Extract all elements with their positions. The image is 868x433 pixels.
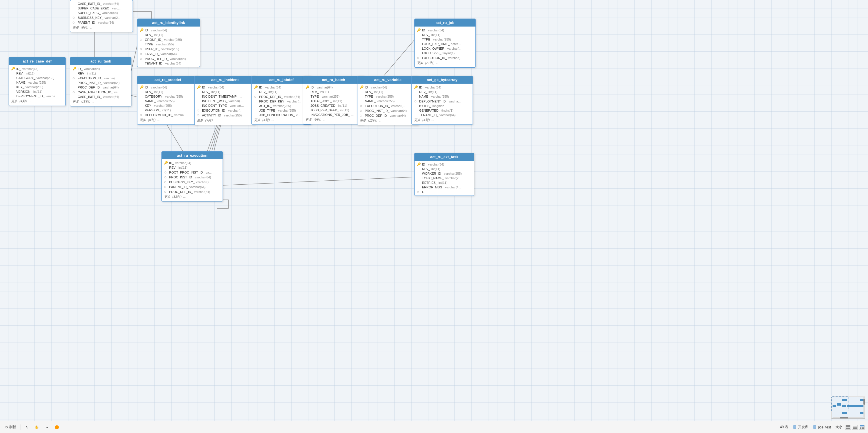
table-row: REV_ int(11) (414, 167, 474, 171)
act-ru-execution-body: 🔑 ID_ varchar(64) REV_ int(11) ◇ ROOT_PR… (162, 159, 223, 201)
diamond-icon: ◇ (72, 21, 76, 24)
act-ru-task-body: 🔑 ID_ varchar(64) REV_ int(11) ◇ EXECUTI… (70, 65, 131, 106)
table-row: TYPE_ varchar(255) (303, 94, 364, 99)
table-row: ◇ EXECUTION_ID_ varchar(... (414, 55, 475, 60)
diamond-icon: ◇ (417, 56, 421, 60)
table-row: 🔑 ID_ varchar(64) (303, 85, 364, 90)
diamond-icon: ◇ (164, 185, 168, 189)
svg-rect-42 (862, 427, 864, 428)
table-icon (860, 425, 864, 430)
diamond-icon: ◇ (197, 113, 201, 117)
act-ru-batch-body: 🔑 ID_ varchar(64) REV_ int(11) TYPE_ var… (303, 84, 364, 124)
diamond-icon: ◇ (414, 99, 418, 103)
svg-rect-43 (860, 428, 861, 429)
act-ru-ext-task-body: 🔑 ID_ varchar(64) REV_ int(11) WORKER_ID… (414, 161, 474, 196)
table-row: JOBS_CREATED_ int(11) (303, 103, 364, 108)
table-more: 更多（4列）... (9, 98, 65, 104)
cursor-tool[interactable]: ↖ (24, 425, 30, 430)
svg-rect-36 (848, 428, 850, 429)
table-row: ◇ TASK_ID_ varchar(64) (137, 52, 200, 56)
table-row: ◇ CASE_EXECUTION_ID_ va... (70, 90, 131, 95)
table-row: ◇ EXECUTION_ID_ varchar(... (194, 108, 255, 113)
diamond-icon: ◇ (360, 113, 364, 117)
act-ru-task-header: act_ru_task (70, 57, 131, 65)
table-row: NAME_ varchar(255) (137, 99, 198, 103)
diamond-icon: ◇ (417, 190, 421, 194)
svg-rect-18 (837, 403, 841, 406)
act-re-procdef-table: act_re_procdef 🔑 ID_ varchar(64) REV_ in… (137, 76, 198, 125)
table-row: KEY_ varchar(255) (9, 85, 65, 89)
table-more: 更多（9列）... (303, 117, 364, 123)
table-row: CATEGORY_ varchar(255) (137, 94, 198, 99)
key-icon: 🔑 (72, 67, 76, 70)
table-row: INCIDENT_TYPE_ varchar(... (194, 103, 255, 108)
table-row: ◇ ACTIVITY_ID_ varchar(255) (194, 113, 255, 118)
act-ru-batch-table: act_ru_batch 🔑 ID_ varchar(64) REV_ int(… (303, 76, 364, 125)
svg-rect-27 (860, 412, 864, 414)
act-ru-identitylink-table: act_ru_identitylink 🔑 ID_ varchar(64) RE… (137, 19, 200, 67)
table-row: 🔑 ID_ varchar(64) (137, 85, 198, 90)
table-row: ◇ PROC_INST_ID_ varchar(64) (162, 175, 223, 179)
table-more: 更多（13列）... (162, 194, 223, 200)
list-view-button[interactable] (852, 425, 858, 430)
act-ru-batch-header: act_ru_batch (303, 76, 364, 84)
svg-rect-25 (860, 399, 864, 401)
table-row: INCIDENT_TIMESTAMP_ ... (194, 94, 255, 99)
table-row: VERSION_ int(11) (9, 89, 65, 94)
table-row: 🔑 ID_ varchar(64) (252, 85, 311, 90)
grid-icon (846, 425, 850, 430)
svg-rect-33 (846, 425, 848, 427)
table-row: CASE_INST_ID_ varchar(64) (70, 1, 132, 6)
svg-rect-34 (848, 425, 850, 427)
key-icon: 🔑 (305, 85, 309, 89)
act-ru-ext-task-table: act_ru_ext_task 🔑 ID_ varchar(64) REV_ i… (414, 153, 474, 196)
hand-icon: ✋ (35, 425, 39, 429)
table-row: TOPIC_NAME_ varchar(2... (414, 176, 474, 180)
svg-rect-44 (862, 428, 864, 429)
color-tool[interactable] (53, 425, 61, 430)
key-icon: 🔑 (417, 28, 421, 32)
svg-rect-24 (860, 405, 864, 407)
key-icon: 🔑 (140, 85, 144, 89)
key-icon: 🔑 (414, 85, 418, 89)
svg-rect-30 (863, 399, 865, 405)
table-row: LOCK_EXP_TIME_ dateti... (414, 42, 475, 46)
refresh-button[interactable]: ↻ 刷新 (3, 424, 18, 430)
svg-rect-40 (860, 425, 864, 427)
table-more: 更多（4列）... (252, 117, 311, 123)
table-row: ◇ EXECUTION_ID_ varchar(... (70, 76, 131, 80)
table-row: CASE_INST_ID_ varchar(64) (70, 95, 131, 99)
diamond-icon: ◇ (197, 108, 201, 112)
act-ru-ext-task-header: act_ru_ext_task (414, 153, 474, 161)
table-more: 更多（9列）... (194, 118, 255, 124)
arrow-tool[interactable]: ↔ (43, 425, 50, 430)
table-row: NAME_ varchar(255) (358, 99, 418, 103)
act-ru-job-header: act_ru_job (414, 19, 475, 27)
svg-rect-37 (853, 426, 857, 427)
table-view-button[interactable] (859, 425, 865, 430)
table-row: ◇ DEPLOYMENT_ID_ varcha... (137, 112, 198, 117)
table-row: REV_ int(11) (9, 71, 65, 76)
hand-tool[interactable]: ✋ (33, 425, 40, 430)
db-label: 开发库 (798, 425, 808, 430)
table-row: KEY_ varchar(255) (137, 103, 198, 108)
diamond-icon: ◇ (360, 109, 364, 112)
table-row: ◇ PROC_DEF_ID_ varchar(64) (358, 113, 418, 118)
toolbar-separator (21, 425, 21, 430)
act-ru-incident-header: act_ru_incident (194, 76, 255, 84)
diamond-icon: ◇ (140, 47, 144, 51)
act-re-case-def-header: act_re_case_def (9, 57, 65, 65)
table-row: LOCK_OWNER_ varchar(... (414, 46, 475, 51)
table-row: ◇ PROC_DEF_ID_ varchar(64) (252, 94, 311, 99)
table-row: JOB_TYPE_ varchar(255) (252, 108, 311, 113)
minimap-svg (831, 396, 865, 419)
key-icon: 🔑 (417, 162, 421, 166)
key-icon: 🔑 (360, 85, 364, 89)
table-row: TYPE_ varchar(255) (137, 42, 200, 46)
act-ru-jobdef-header: act_ru_jobdef (252, 76, 311, 84)
table-row: 🔑 ID_ varchar(64) (414, 162, 474, 167)
grid-view-button[interactable] (845, 425, 851, 430)
diamond-icon: ◇ (140, 52, 144, 56)
table-row: INCIDENT_MSG_ varchar(... (194, 99, 255, 103)
diamond-icon: ◇ (164, 190, 168, 194)
